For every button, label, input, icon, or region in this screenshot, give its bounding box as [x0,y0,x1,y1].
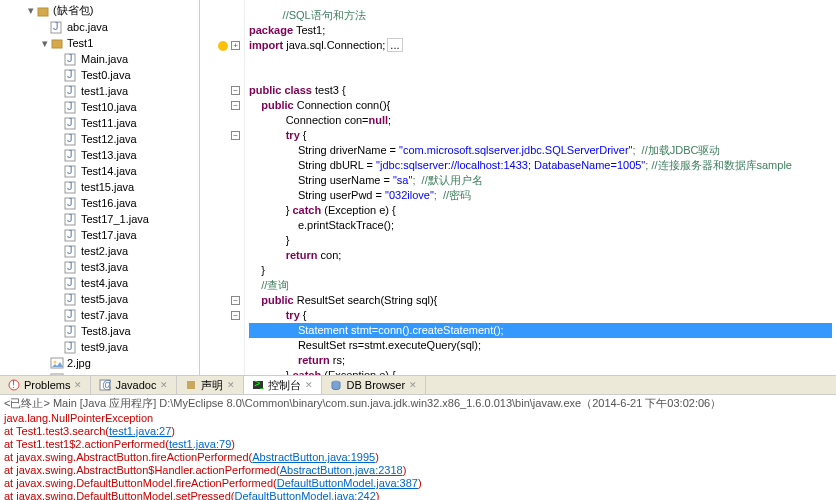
tree-item[interactable]: Jtest9.java [0,339,199,355]
tree-item[interactable]: JTest13.java [0,147,199,163]
gutter-marker[interactable] [200,158,244,173]
code-line[interactable]: public ResultSet search(String sql){ [249,293,832,308]
code-line[interactable]: return rs; [249,353,832,368]
tree-item[interactable]: Jtest3.java [0,259,199,275]
gutter-marker[interactable] [200,218,244,233]
tab-problems[interactable]: !Problems✕ [0,376,91,394]
code-line[interactable]: String dbURL = "jdbc:sqlserver://localho… [249,158,832,173]
expand-arrow-icon[interactable]: ▾ [26,4,36,17]
close-icon[interactable]: ✕ [74,380,82,390]
gutter-marker[interactable]: − [200,83,244,98]
gutter-marker[interactable] [200,263,244,278]
stack-link[interactable]: AbstractButton.java:2318 [280,464,403,476]
fold-minus-icon[interactable]: − [231,86,240,95]
tab-javadoc[interactable]: @Javadoc✕ [91,376,177,394]
gutter-marker[interactable] [200,368,244,375]
gutter-marker[interactable] [200,113,244,128]
tree-package-root[interactable]: ▾ (缺省包) [0,2,199,19]
gutter-marker[interactable] [200,353,244,368]
code-line[interactable]: } [249,263,832,278]
gutter-marker[interactable] [200,23,244,38]
tree-arrow-icon[interactable]: ▾ [40,37,50,50]
code-line[interactable]: String userPwd = "032ilove"; //密码 [249,188,832,203]
fold-minus-icon[interactable]: − [231,131,240,140]
fold-minus-icon[interactable]: − [231,101,240,110]
fold-minus-icon[interactable]: − [231,311,240,320]
code-line[interactable]: public Connection conn(){ [249,98,832,113]
code-line[interactable]: //查询 [249,278,832,293]
tree-item[interactable]: Jtest4.java [0,275,199,291]
tree-item[interactable]: JTest17_1.java [0,211,199,227]
editor[interactable]: +−−−−−−− //SQL语句和方法package Test1;import … [200,0,836,375]
code-line[interactable]: Connection con=null; [249,113,832,128]
tab-db[interactable]: DB Browser✕ [322,376,426,394]
code-line[interactable]: e.printStackTrace(); [249,218,832,233]
fold-plus-icon[interactable]: + [231,41,240,50]
gutter-marker[interactable]: − [200,98,244,113]
code-line[interactable]: package Test1; [249,23,832,38]
close-icon[interactable]: ✕ [409,380,417,390]
gutter-marker[interactable] [200,203,244,218]
gutter-marker[interactable] [200,53,244,68]
stack-link[interactable]: DefaultButtonModel.java:387 [277,477,418,489]
gutter-marker[interactable]: − [200,293,244,308]
code-area[interactable]: //SQL语句和方法package Test1;import java.sql.… [245,0,836,375]
gutter-marker[interactable] [200,68,244,83]
gutter-marker[interactable]: − [200,128,244,143]
gutter-marker[interactable] [200,248,244,263]
code-line[interactable]: return con; [249,248,832,263]
tree-item[interactable]: 2.jpg [0,355,199,371]
editor-gutter[interactable]: +−−−−−−− [200,0,245,375]
stack-link[interactable]: AbstractButton.java:1995 [252,451,375,463]
tree-item[interactable]: Jabc.java [0,19,199,35]
tree-item[interactable]: Jtest15.java [0,179,199,195]
tree-item[interactable]: JTest16.java [0,195,199,211]
tree-item[interactable]: JTest17.java [0,227,199,243]
stack-link[interactable]: test1.java:79 [169,438,231,450]
tree-item[interactable]: JTest12.java [0,131,199,147]
gutter-marker[interactable] [200,143,244,158]
tree-item[interactable]: JTest8.java [0,323,199,339]
code-line[interactable] [249,68,832,83]
tree-item[interactable]: JTest10.java [0,99,199,115]
gutter-marker[interactable] [200,173,244,188]
tab-decl[interactable]: 声明✕ [177,376,244,394]
stack-link[interactable]: test1.java:27 [109,425,171,437]
close-icon[interactable]: ✕ [305,380,313,390]
tree-item[interactable]: JTest14.java [0,163,199,179]
console-view[interactable]: <已终止> Main [Java 应用程序] D:\MyEclipse 8.0\… [0,395,836,500]
code-line[interactable]: try { [249,128,832,143]
tab-console[interactable]: >_控制台✕ [244,376,322,394]
code-line[interactable]: ResultSet rs=stmt.executeQuery(sql); [249,338,832,353]
tree-item[interactable]: Jtest2.java [0,243,199,259]
stack-link[interactable]: DefaultButtonModel.java:242 [235,490,376,500]
gutter-marker[interactable]: − [200,308,244,323]
gutter-marker[interactable] [200,188,244,203]
tree-item[interactable]: JTest11.java [0,115,199,131]
close-icon[interactable]: ✕ [227,380,235,390]
code-line[interactable]: String driverName = "com.microsoft.sqlse… [249,143,832,158]
code-line[interactable]: String userName = "sa"; //默认用户名 [249,173,832,188]
tree-item[interactable]: JMain.java [0,51,199,67]
tree-item[interactable]: Jtest5.java [0,291,199,307]
gutter-marker[interactable] [200,233,244,248]
code-line[interactable]: import java.sql.Connection;... [249,38,832,53]
code-line[interactable]: try { [249,308,832,323]
gutter-marker[interactable] [200,278,244,293]
gutter-marker[interactable] [200,338,244,353]
code-line[interactable]: public class test3 { [249,83,832,98]
gutter-marker[interactable]: + [200,38,244,53]
tree-item[interactable]: Jtest1.java [0,83,199,99]
code-line[interactable]: //SQL语句和方法 [249,8,832,23]
code-line[interactable]: } catch (Exception e) { [249,203,832,218]
tree-item[interactable]: JTest0.java [0,67,199,83]
code-line[interactable]: } [249,233,832,248]
gutter-marker[interactable] [200,8,244,23]
gutter-marker[interactable] [200,323,244,338]
fold-minus-icon[interactable]: − [231,296,240,305]
tree-item[interactable]: ▾Test1 [0,35,199,51]
package-explorer[interactable]: ▾ (缺省包) Jabc.java▾Test1 JMain.java JTest… [0,0,200,375]
code-line[interactable]: } catch (Exception e) { [249,368,832,375]
code-line[interactable] [249,53,832,68]
tree-item[interactable]: Jtest7.java [0,307,199,323]
